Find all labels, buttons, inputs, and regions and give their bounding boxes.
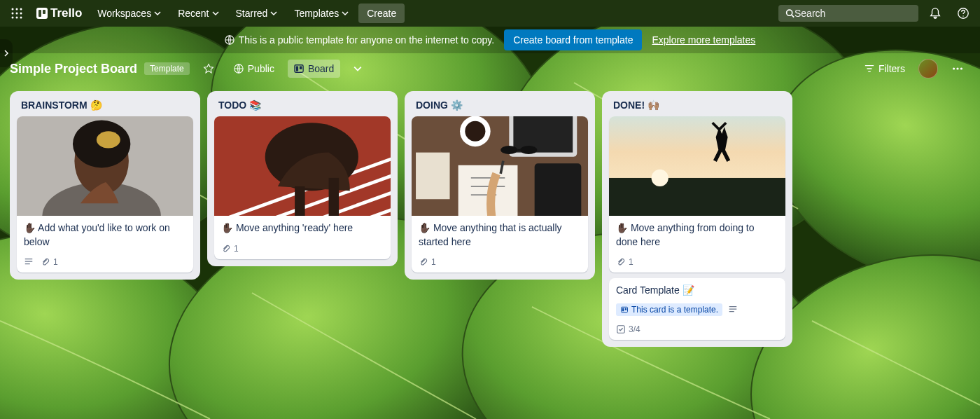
card-title: ✋🏿 Move anything 'ready' here (221, 221, 384, 235)
svg-point-26 (953, 67, 955, 69)
svg-point-27 (956, 67, 958, 69)
svg-rect-40 (513, 116, 573, 153)
chevron-down-icon (342, 10, 349, 17)
chevron-down-icon (212, 10, 219, 17)
search-input[interactable] (794, 8, 911, 19)
board-view-label: Board (308, 63, 334, 74)
nav-label: Recent (178, 8, 209, 19)
search-icon (785, 8, 794, 18)
svg-point-46 (520, 146, 537, 154)
svg-point-15 (12, 17, 14, 19)
chevron-down-icon (270, 10, 277, 17)
board-icon (294, 64, 304, 74)
svg-point-9 (12, 8, 14, 11)
nav-recent[interactable]: Recent (171, 4, 225, 23)
board-header: Simple Project Board Template Public Boa… (0, 53, 980, 84)
description-icon (24, 257, 34, 267)
card-template[interactable]: Card Template 📝 This card is a template.… (609, 278, 785, 340)
apps-switcher-icon[interactable] (6, 2, 28, 25)
chevron-down-icon (354, 64, 362, 73)
attachment-badge: 1 (419, 257, 436, 267)
svg-point-12 (12, 13, 14, 15)
description-icon (728, 305, 738, 315)
card[interactable]: ✋🏿 Move anything from doing to done here… (609, 116, 785, 273)
svg-point-16 (16, 17, 18, 19)
svg-point-11 (20, 8, 22, 11)
card-title: Card Template 📝 (616, 284, 778, 298)
svg-point-14 (20, 13, 22, 15)
svg-rect-36 (295, 186, 305, 216)
svg-point-20 (962, 15, 963, 16)
card-title: ✋🏿 Move anything from doing to done here (616, 221, 778, 249)
nav-starred[interactable]: Starred (229, 4, 285, 23)
chevron-right-icon (3, 50, 10, 57)
board-menu-button[interactable] (945, 59, 970, 78)
notifications-icon[interactable] (924, 2, 946, 25)
template-badge: This card is a template. (616, 303, 722, 316)
filters-button[interactable]: Filters (858, 60, 911, 78)
create-board-from-template-button[interactable]: Create board from template (504, 29, 642, 50)
nav-label: Workspaces (97, 8, 151, 19)
board-title[interactable]: Simple Project Board (10, 62, 137, 76)
list-doing: DOING ⚙️ ✋🏿 Move anything that is a (405, 91, 595, 280)
list-todo: TODO 📚 ✋🏿 Move anything 'ready' here 1 (207, 91, 398, 266)
svg-point-13 (16, 13, 18, 15)
card[interactable]: ✋🏿 Move anything 'ready' here 1 (214, 116, 391, 259)
list-title[interactable]: TODO 📚 (214, 98, 391, 116)
svg-point-50 (652, 170, 668, 186)
list-title[interactable]: DONE! 🙌🏽 (609, 98, 785, 116)
svg-rect-37 (329, 178, 340, 216)
card[interactable]: ✋🏿 Move anything that is actually starte… (412, 116, 588, 273)
svg-point-10 (16, 8, 18, 11)
checklist-badge: 3/4 (616, 324, 640, 334)
attachment-badge: 1 (41, 257, 58, 267)
card-title: ✋🏿 Add what you'd like to work on below (24, 221, 186, 249)
card-cover (17, 116, 193, 216)
board-view-button[interactable]: Board (288, 60, 340, 78)
template-badge-text: This card is a template. (631, 305, 718, 315)
avatar[interactable] (918, 59, 938, 78)
svg-rect-53 (625, 308, 626, 310)
list-done: DONE! 🙌🏽 ✋🏿 Move anything from doing to … (602, 91, 792, 347)
filter-icon (864, 64, 874, 74)
svg-rect-47 (416, 153, 449, 200)
filters-label: Filters (878, 63, 905, 74)
nav-templates[interactable]: Templates (287, 4, 356, 23)
template-pill: Template (144, 62, 190, 75)
svg-rect-49 (609, 178, 785, 216)
visibility-button[interactable]: Public (227, 60, 281, 78)
card[interactable]: ✋🏿 Add what you'd like to work on below … (17, 116, 193, 273)
template-icon (620, 305, 629, 314)
star-button[interactable] (197, 60, 220, 78)
card-title: ✋🏿 Move anything that is actually starte… (419, 221, 581, 249)
explore-templates-link[interactable]: Explore more templates (652, 34, 755, 46)
svg-point-45 (500, 146, 517, 154)
svg-point-18 (787, 10, 792, 15)
card-cover (609, 116, 785, 216)
sidebar-expand-handle[interactable] (0, 39, 13, 67)
list-title[interactable]: BRAINSTORM 🤔 (17, 98, 193, 116)
svg-rect-24 (296, 67, 299, 71)
attachment-badge: 1 (221, 244, 239, 254)
view-switcher-button[interactable] (347, 61, 368, 76)
search-box[interactable] (778, 5, 918, 22)
svg-point-42 (465, 121, 485, 142)
template-banner: This is a public template for anyone on … (0, 27, 980, 53)
visibility-label: Public (248, 63, 274, 74)
more-icon (951, 62, 964, 75)
nav-label: Templates (294, 8, 339, 19)
svg-rect-52 (622, 308, 624, 312)
nav-label: Starred (236, 8, 268, 19)
topbar: Trello Workspaces Recent Starred Templat… (0, 0, 980, 27)
board-canvas: BRAINSTORM 🤔 ✋🏿 Add what you'd like to w… (0, 84, 980, 354)
create-button[interactable]: Create (358, 4, 405, 23)
banner-message: This is a public template for anyone on … (225, 34, 495, 46)
trello-logo[interactable]: Trello (31, 6, 88, 20)
list-title[interactable]: DOING ⚙️ (412, 98, 588, 116)
globe-icon (225, 35, 234, 45)
nav-workspaces[interactable]: Workspaces (90, 4, 168, 23)
svg-point-28 (960, 67, 962, 69)
svg-point-33 (97, 131, 120, 148)
help-icon[interactable] (952, 2, 974, 25)
list-brainstorm: BRAINSTORM 🤔 ✋🏿 Add what you'd like to w… (10, 91, 200, 280)
